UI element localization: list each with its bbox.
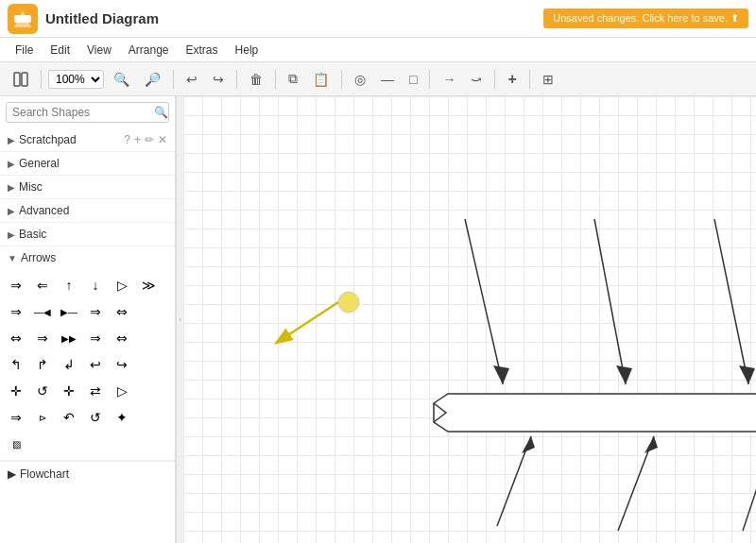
shape-up-arrow[interactable]: ↑ bbox=[57, 273, 81, 297]
shape-arc-right[interactable]: ↶ bbox=[57, 405, 81, 430]
menu-arrange[interactable]: Arrange bbox=[121, 42, 177, 59]
sep7 bbox=[494, 70, 495, 89]
shape-empty4 bbox=[136, 379, 161, 403]
shape-left-right-2[interactable]: ⇔ bbox=[4, 326, 28, 350]
section-advanced-header[interactable]: ▶ Advanced bbox=[0, 199, 175, 222]
menu-edit[interactable]: Edit bbox=[43, 42, 77, 59]
shape-button[interactable]: □ bbox=[404, 68, 422, 91]
shape-right-4[interactable]: ▶▶ bbox=[57, 326, 81, 350]
line-style-button[interactable]: — bbox=[375, 68, 400, 91]
redo-button[interactable]: ↪ bbox=[207, 68, 230, 91]
delete-button[interactable]: 🗑 bbox=[244, 68, 268, 91]
shape-exchange[interactable]: ⇄ bbox=[83, 379, 108, 403]
section-misc: ▶ Misc bbox=[0, 176, 175, 199]
shape-hatching[interactable]: ▨ bbox=[4, 432, 28, 456]
shape-slash[interactable]: ✦ bbox=[110, 405, 134, 430]
table-button[interactable]: ⊞ bbox=[537, 68, 559, 91]
shape-left-arrow[interactable]: ⇐ bbox=[30, 273, 55, 297]
app-title: Untitled Diagram bbox=[45, 10, 159, 26]
svg-line-4 bbox=[465, 219, 503, 384]
sep3 bbox=[236, 70, 237, 89]
sep5 bbox=[341, 70, 342, 89]
shape-empty7 bbox=[57, 432, 81, 456]
misc-arrow-icon: ▶ bbox=[8, 182, 15, 193]
shape-empty6 bbox=[30, 432, 55, 456]
shape-crosshair[interactable]: ✛ bbox=[57, 379, 81, 403]
connector-button[interactable]: → bbox=[437, 68, 461, 91]
collapse-handle[interactable]: ‹ bbox=[176, 96, 183, 543]
svg-point-17 bbox=[338, 292, 359, 313]
shape-curved-left[interactable]: ↩ bbox=[83, 352, 108, 377]
shape-line[interactable]: —◀ bbox=[30, 299, 55, 324]
insert-button[interactable]: + bbox=[502, 67, 522, 92]
app-icon bbox=[8, 4, 38, 34]
sep4 bbox=[275, 70, 276, 89]
arrows-arrow-icon: ▼ bbox=[8, 253, 17, 263]
scratchpad-edit-icon[interactable]: ✏ bbox=[145, 133, 154, 146]
section-flowchart[interactable]: ▶ Flowchart bbox=[0, 461, 175, 486]
general-arrow-icon: ▶ bbox=[8, 159, 15, 169]
shape-empty5 bbox=[136, 405, 161, 430]
shape-turn-left[interactable]: ↰ bbox=[4, 352, 28, 377]
arrows-shape-grid: ⇒ ⇐ ↑ ↓ ▷ ≫ ⇒ —◀ ▶— ⇒ ⇔ ⇔ ⇒ ▶▶ bbox=[0, 269, 175, 460]
paste-button[interactable]: 📋 bbox=[307, 68, 335, 91]
scratchpad-label: Scratchpad bbox=[19, 133, 120, 146]
menu-file[interactable]: File bbox=[8, 42, 41, 59]
shape-double-right2[interactable]: ⇒ bbox=[4, 405, 28, 430]
shape-down-arrow[interactable]: ↓ bbox=[83, 273, 108, 297]
zoom-out-button[interactable]: 🔎 bbox=[139, 68, 166, 91]
zoom-select[interactable]: 100% 50% 75% 125% 150% bbox=[48, 70, 104, 89]
scratchpad-close-icon[interactable]: ✕ bbox=[158, 133, 167, 146]
search-box[interactable]: 🔍 bbox=[6, 102, 169, 123]
basic-arrow-icon: ▶ bbox=[8, 229, 15, 240]
menu-view[interactable]: View bbox=[79, 42, 119, 59]
shape-four-way[interactable]: ✛ bbox=[4, 379, 28, 403]
waypoint-button[interactable]: ⤻ bbox=[465, 68, 488, 91]
search-icon: 🔍 bbox=[154, 106, 168, 119]
section-scratchpad-header[interactable]: ▶ Scratchpad ? + ✏ ✕ bbox=[0, 128, 175, 151]
zoom-in-button[interactable]: 🔍 bbox=[108, 68, 135, 91]
menu-help[interactable]: Help bbox=[228, 42, 266, 59]
shape-empty2 bbox=[136, 326, 161, 350]
shape-notch-right[interactable]: ⊳ bbox=[30, 405, 55, 430]
search-input[interactable] bbox=[12, 106, 154, 119]
advanced-arrow-icon: ▶ bbox=[8, 206, 15, 216]
shape-right-5[interactable]: ⇒ bbox=[83, 326, 108, 350]
fill-button[interactable]: ◎ bbox=[349, 68, 371, 91]
shape-right-3[interactable]: ⇒ bbox=[30, 326, 55, 350]
shape-rotate[interactable]: ↺ bbox=[30, 379, 55, 403]
section-basic-header[interactable]: ▶ Basic bbox=[0, 223, 175, 246]
shape-right-arrow[interactable]: ⇒ bbox=[4, 273, 28, 297]
shape-turn-right[interactable]: ↱ bbox=[30, 352, 55, 377]
svg-line-18 bbox=[278, 302, 338, 342]
shape-turn-down-left[interactable]: ↲ bbox=[57, 352, 81, 377]
section-arrows: ▼ Arrows ⇒ ⇐ ↑ ↓ ▷ ≫ ⇒ —◀ ▶— ⇒ bbox=[0, 246, 175, 461]
canvas[interactable] bbox=[183, 96, 756, 543]
shape-double-right[interactable]: ≫ bbox=[136, 273, 161, 297]
shape-dash[interactable]: ▶— bbox=[57, 299, 81, 324]
shape-both-5[interactable]: ⇔ bbox=[110, 326, 134, 350]
toolbar: 100% 50% 75% 125% 150% 🔍 🔎 ↩ ↪ 🗑 ⧉ 📋 ◎ —… bbox=[0, 62, 756, 96]
shape-empty8 bbox=[83, 432, 108, 456]
section-misc-header[interactable]: ▶ Misc bbox=[0, 176, 175, 198]
scratchpad-question-icon[interactable]: ? bbox=[124, 133, 130, 146]
undo-button[interactable]: ↩ bbox=[180, 68, 203, 91]
shape-curved-right[interactable]: ↪ bbox=[110, 352, 134, 377]
shape-arc-left[interactable]: ↺ bbox=[83, 405, 108, 430]
scratchpad-add-icon[interactable]: + bbox=[134, 133, 141, 146]
copy-button[interactable]: ⧉ bbox=[283, 67, 303, 91]
unsaved-changes-button[interactable]: Unsaved changes. Click here to save. ⬆ bbox=[543, 8, 748, 28]
shape-left-right[interactable]: ⇔ bbox=[110, 299, 134, 324]
shape-filled-right2[interactable]: ▷ bbox=[110, 379, 134, 403]
shape-chevron-right[interactable]: ⇒ bbox=[4, 299, 28, 324]
sep6 bbox=[429, 70, 430, 89]
shape-right-filled[interactable]: ▷ bbox=[110, 273, 134, 297]
menu-extras[interactable]: Extras bbox=[179, 42, 226, 59]
shape-bold-right[interactable]: ⇒ bbox=[83, 299, 108, 324]
canvas-svg bbox=[183, 96, 756, 543]
section-basic: ▶ Basic bbox=[0, 223, 175, 246]
format-panel-button[interactable] bbox=[8, 68, 34, 91]
flowchart-label: Flowchart bbox=[20, 467, 69, 481]
section-general-header[interactable]: ▶ General bbox=[0, 152, 175, 175]
section-arrows-header[interactable]: ▼ Arrows bbox=[0, 246, 175, 269]
